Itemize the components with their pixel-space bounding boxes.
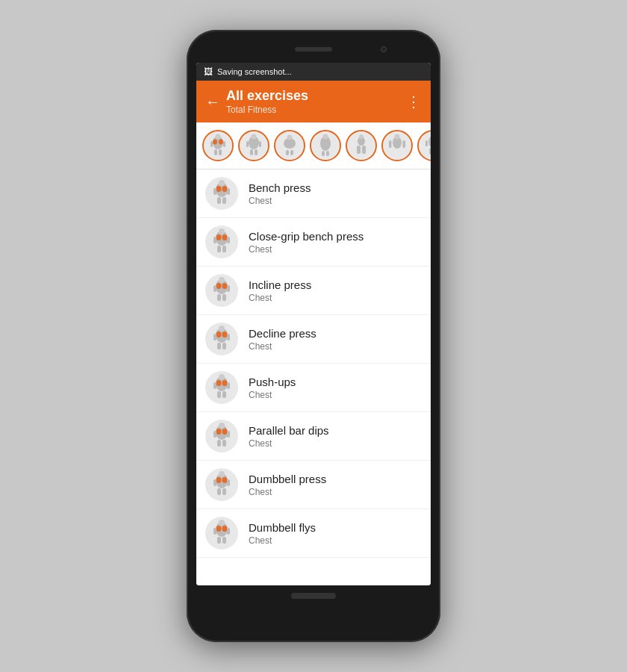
muscle-filter-chest[interactable]	[202, 130, 234, 161]
svg-rect-15	[255, 149, 258, 155]
exercise-info: Close-grip bench press Chest	[249, 230, 364, 255]
exercise-name: Bench press	[249, 181, 311, 194]
svg-point-2	[213, 140, 217, 145]
muscle-filter-shoulders[interactable]	[274, 130, 305, 161]
status-message: Saving screenshot...	[217, 67, 292, 76]
svg-point-65	[219, 277, 225, 283]
app-bar-left: ← All exercises Total Fitness	[205, 88, 308, 115]
phone-bottom-bar	[196, 585, 431, 606]
exercise-info: Push-ups Chest	[249, 376, 296, 400]
app-bar-subtitle: Total Fitness	[226, 105, 308, 115]
svg-point-36	[419, 132, 431, 159]
svg-rect-58	[227, 237, 230, 243]
svg-rect-13	[259, 141, 261, 147]
exercise-item[interactable]: Dumbbell press Chest	[196, 461, 431, 509]
svg-rect-78	[222, 343, 226, 349]
exercise-item[interactable]: Bench press Chest	[196, 169, 431, 218]
exercise-name: Dumbbell press	[249, 473, 326, 485]
exercise-info: Decline press Chest	[249, 327, 316, 352]
phone-device: 🖼 Saving screenshot... ← All exercises T…	[187, 30, 440, 642]
svg-rect-39	[425, 140, 428, 146]
svg-rect-19	[286, 150, 289, 155]
home-button[interactable]	[291, 593, 336, 599]
svg-rect-41	[429, 148, 431, 155]
muscle-filter-legs[interactable]	[346, 130, 377, 161]
svg-rect-112	[227, 528, 230, 535]
svg-rect-66	[213, 285, 216, 292]
svg-rect-34	[389, 140, 392, 148]
svg-point-109	[222, 526, 228, 532]
exercise-item[interactable]: Decline press Chest	[196, 315, 431, 364]
svg-rect-29	[357, 146, 361, 154]
exercise-item[interactable]: Dumbbell flys Chest	[196, 509, 431, 558]
svg-rect-77	[217, 343, 221, 349]
svg-rect-49	[227, 188, 230, 195]
exercise-category: Chest	[249, 196, 311, 206]
exercise-name: Close-grip bench press	[249, 230, 364, 243]
svg-point-45	[216, 186, 222, 192]
svg-rect-93	[213, 431, 216, 438]
exercise-category: Chest	[249, 438, 329, 449]
muscle-filter-bar	[196, 122, 431, 169]
svg-rect-6	[223, 141, 225, 147]
phone-camera	[381, 46, 387, 52]
svg-rect-5	[210, 141, 213, 147]
svg-rect-113	[217, 537, 221, 544]
svg-rect-85	[227, 382, 230, 389]
exercise-thumb	[205, 177, 238, 210]
muscle-filter-core[interactable]	[310, 130, 341, 161]
svg-rect-20	[290, 150, 293, 155]
svg-rect-67	[227, 285, 230, 292]
exercises-list: Bench press Chest	[196, 169, 431, 585]
more-options-button[interactable]: ⋮	[406, 93, 422, 111]
svg-rect-114	[222, 537, 226, 544]
svg-point-46	[222, 186, 228, 192]
svg-rect-87	[222, 391, 226, 398]
exercise-thumb	[205, 371, 238, 404]
exercise-name: Push-ups	[249, 376, 296, 388]
phone-top-bar	[196, 39, 431, 60]
muscle-filter-fullbody[interactable]	[417, 130, 431, 161]
svg-point-110	[219, 520, 225, 526]
muscle-filter-arms[interactable]	[381, 130, 413, 161]
exercise-item[interactable]: Push-ups Chest	[196, 364, 431, 412]
exercise-item[interactable]: Parallel bar dips Chest	[196, 412, 431, 461]
svg-point-99	[216, 477, 222, 483]
exercise-category: Chest	[249, 341, 316, 352]
svg-rect-7	[214, 149, 217, 155]
svg-rect-48	[213, 188, 216, 195]
muscle-filter-back[interactable]	[238, 130, 269, 161]
back-button[interactable]: ←	[205, 93, 220, 111]
exercise-category: Chest	[249, 390, 296, 400]
svg-rect-24	[322, 151, 325, 156]
exercise-thumb	[205, 517, 238, 550]
exercise-thumb	[205, 468, 238, 501]
exercise-info: Dumbbell flys Chest	[249, 521, 316, 546]
exercise-thumb	[205, 323, 238, 355]
exercise-item[interactable]: Close-grip bench press Chest	[196, 218, 431, 267]
svg-point-47	[219, 180, 225, 186]
svg-point-11	[252, 134, 257, 140]
exercise-category: Chest	[249, 535, 316, 546]
svg-point-72	[216, 332, 222, 337]
svg-point-28	[359, 134, 364, 139]
exercise-category: Chest	[249, 244, 364, 255]
svg-rect-94	[227, 431, 230, 438]
svg-rect-86	[217, 391, 221, 398]
svg-point-54	[216, 234, 222, 240]
svg-point-81	[216, 380, 222, 386]
app-bar: ← All exercises Total Fitness ⋮	[196, 81, 431, 122]
svg-point-64	[222, 283, 228, 289]
svg-rect-60	[222, 246, 226, 252]
app-bar-title: All exercises	[226, 88, 308, 105]
svg-point-83	[219, 374, 225, 380]
svg-rect-102	[213, 479, 216, 486]
svg-point-74	[219, 326, 225, 332]
svg-point-108	[216, 526, 222, 532]
svg-rect-51	[222, 197, 226, 204]
svg-rect-8	[219, 149, 222, 155]
svg-rect-75	[213, 334, 216, 340]
svg-rect-76	[227, 334, 230, 340]
exercise-item[interactable]: Incline press Chest	[196, 267, 431, 315]
svg-point-63	[216, 283, 222, 289]
